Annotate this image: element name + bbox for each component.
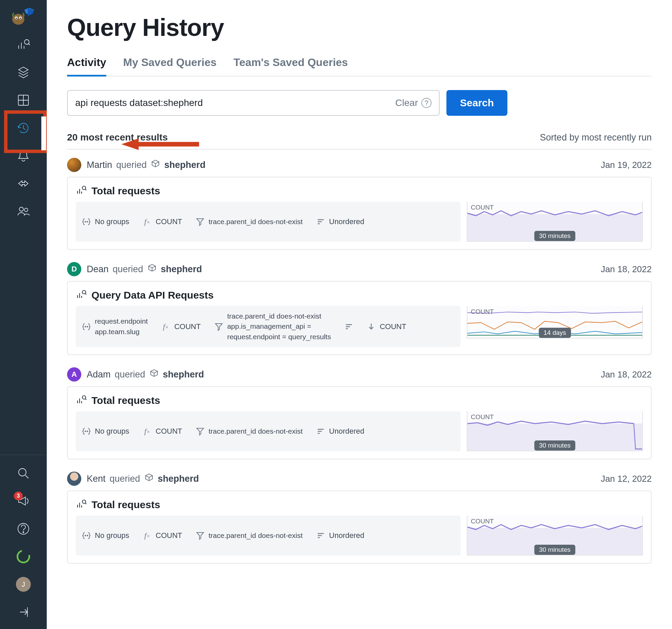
order-label: Unordered	[329, 217, 364, 226]
nav-announcements-icon[interactable]: 3	[16, 494, 31, 508]
down-arrow-icon	[367, 322, 376, 331]
filter-icon	[196, 427, 205, 436]
svg-point-9	[19, 469, 26, 476]
fx-icon: f×	[143, 427, 152, 436]
query-title-icon	[76, 499, 87, 511]
search-input[interactable]	[75, 97, 395, 108]
filter-icon	[196, 217, 205, 226]
query-chart[interactable]: COUNT30 minutes	[467, 411, 643, 451]
main-content: Query History Activity My Saved Queries …	[47, 0, 672, 629]
query-date: Jan 18, 2022	[601, 264, 652, 275]
dataset-icon	[151, 159, 160, 171]
nav-integrations-icon[interactable]	[16, 176, 31, 191]
groups-label: No groups	[95, 427, 129, 436]
nav-boards-icon[interactable]	[16, 93, 31, 108]
svg-point-22	[82, 500, 86, 503]
braces-icon	[82, 427, 91, 436]
nav-status-icon[interactable]	[16, 549, 31, 564]
query-title-icon	[76, 394, 87, 407]
query-card[interactable]: Total requestsNo groupsf×COUNTtrace.pare…	[67, 491, 652, 564]
nav-help-icon[interactable]	[16, 521, 31, 536]
user-avatar[interactable]: A	[67, 367, 81, 382]
svg-point-18	[87, 326, 88, 327]
user-name: Adam	[87, 369, 111, 380]
filter-expr: trace.parent_id does-not-exist	[209, 531, 303, 540]
app-logo[interactable]	[10, 7, 37, 27]
sort-icon	[316, 427, 325, 436]
dataset-name[interactable]: shepherd	[163, 369, 204, 380]
query-chart[interactable]: COUNT14 days	[467, 306, 643, 339]
dataset-name[interactable]: shepherd	[164, 160, 206, 170]
nav-collapse-icon[interactable]	[16, 605, 31, 620]
tabs: Activity My Saved Queries Team's Saved Q…	[67, 56, 652, 77]
braces-icon	[82, 217, 91, 226]
fx-icon: f×	[143, 217, 152, 226]
query-card[interactable]: Total requestsNo groupsf×COUNTtrace.pare…	[67, 386, 652, 459]
tab-my-saved[interactable]: My Saved Queries	[123, 56, 217, 76]
filter-expr: trace.parent_id does-not-exist	[227, 311, 331, 321]
query-list: MartinqueriedshepherdJan 19, 2022Total r…	[67, 158, 652, 564]
nav-user-avatar[interactable]: J	[16, 577, 31, 592]
sort-icon	[344, 322, 353, 331]
query-item[interactable]: MartinqueriedshepherdJan 19, 2022Total r…	[67, 158, 652, 250]
svg-point-11	[23, 532, 24, 533]
svg-point-15	[87, 221, 88, 222]
user-avatar[interactable]	[67, 472, 81, 486]
query-item[interactable]: KentqueriedshepherdJan 12, 2022Total req…	[67, 472, 652, 564]
dataset-icon	[147, 263, 157, 275]
filter-expr: app.is_management_api =	[227, 322, 331, 331]
chart-label: COUNT	[471, 308, 494, 316]
dataset-icon	[144, 473, 154, 485]
query-title-icon	[76, 185, 87, 197]
search-button[interactable]: Search	[446, 90, 507, 116]
svg-point-4	[20, 18, 21, 19]
notification-badge: 3	[14, 492, 23, 500]
query-chart[interactable]: COUNT30 minutes	[467, 202, 643, 242]
dataset-name[interactable]: shepherd	[158, 474, 199, 484]
query-date: Jan 19, 2022	[601, 160, 652, 170]
svg-point-21	[87, 431, 88, 432]
query-title-icon	[76, 289, 87, 301]
tab-activity[interactable]: Activity	[67, 56, 106, 77]
query-item[interactable]: AAdamqueriedshepherdJan 18, 2022Total re…	[67, 367, 652, 459]
action-verb: queried	[115, 369, 145, 380]
query-title: Total requests	[91, 499, 160, 511]
svg-point-7	[19, 207, 23, 211]
query-chart[interactable]: COUNT30 minutes	[467, 516, 643, 556]
svg-point-16	[82, 290, 86, 294]
calc-label: COUNT	[156, 217, 182, 226]
fx-icon: f×	[143, 531, 152, 540]
clear-button[interactable]: Clear ?	[395, 97, 432, 108]
sort-label: Sorted by most recently run	[540, 132, 652, 143]
user-name: Kent	[87, 474, 106, 484]
calc-label: COUNT	[174, 322, 201, 331]
query-card[interactable]: Query Data API Requestsrequest.endpointa…	[67, 281, 652, 355]
order-label: Unordered	[329, 427, 364, 436]
query-item[interactable]: DDeanqueriedshepherdJan 18, 2022Query Da…	[67, 262, 652, 355]
user-avatar[interactable]	[67, 158, 81, 172]
nav-explore-icon[interactable]	[16, 37, 31, 52]
svg-point-5	[24, 40, 29, 44]
svg-point-8	[24, 208, 28, 212]
nav-alerts-icon[interactable]	[16, 148, 31, 163]
user-avatar[interactable]: D	[67, 262, 81, 276]
nav-team-icon[interactable]	[16, 204, 31, 219]
nav-history-icon[interactable]	[16, 121, 31, 135]
dataset-name[interactable]: shepherd	[161, 264, 202, 275]
chart-label: COUNT	[471, 413, 494, 421]
nav-datasets-icon[interactable]	[16, 65, 31, 80]
time-badge: 30 minutes	[534, 440, 575, 451]
search-box: Clear ?	[67, 90, 440, 116]
nav-search-icon[interactable]	[16, 466, 31, 481]
tab-team-saved[interactable]: Team's Saved Queries	[233, 56, 348, 76]
time-badge: 30 minutes	[534, 545, 575, 555]
query-chips: No groupsf×COUNTtrace.parent_id does-not…	[76, 411, 461, 451]
time-badge: 14 days	[539, 328, 571, 338]
help-icon[interactable]: ?	[421, 98, 432, 108]
svg-point-20	[85, 431, 86, 432]
query-card[interactable]: Total requestsNo groupsf×COUNTtrace.pare…	[67, 177, 652, 250]
query-chips: No groupsf×COUNTtrace.parent_id does-not…	[76, 516, 461, 556]
filter-expr: request.endpoint = query_results	[227, 332, 331, 342]
chart-label: COUNT	[471, 518, 494, 525]
user-name: Dean	[87, 264, 109, 275]
